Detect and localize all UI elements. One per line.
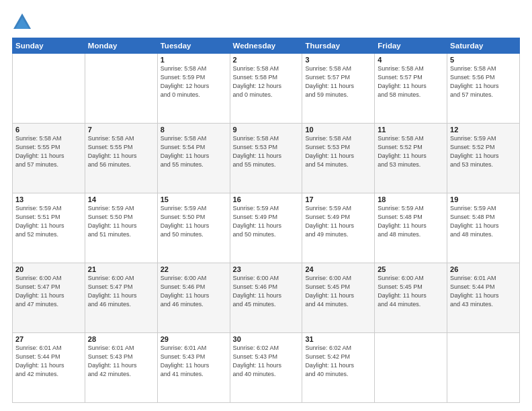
- col-header-friday: Friday: [375, 38, 447, 54]
- cell-info: Sunrise: 5:58 AM Sunset: 5:57 PM Dayligh…: [305, 64, 371, 99]
- cell-info: Sunrise: 5:59 AM Sunset: 5:48 PM Dayligh…: [450, 204, 517, 239]
- cell-info: Sunrise: 6:02 AM Sunset: 5:43 PM Dayligh…: [233, 344, 300, 379]
- day-number: 16: [233, 195, 300, 203]
- day-number: 17: [305, 195, 371, 203]
- calendar-cell: 15Sunrise: 5:59 AM Sunset: 5:50 PM Dayli…: [157, 193, 230, 263]
- cell-info: Sunrise: 6:01 AM Sunset: 5:43 PM Dayligh…: [88, 344, 154, 379]
- day-number: 25: [378, 265, 444, 273]
- cell-info: Sunrise: 5:58 AM Sunset: 5:53 PM Dayligh…: [305, 134, 371, 169]
- calendar-cell: 12Sunrise: 5:59 AM Sunset: 5:52 PM Dayli…: [447, 124, 520, 193]
- cell-info: Sunrise: 5:58 AM Sunset: 5:52 PM Dayligh…: [378, 134, 444, 169]
- calendar-cell: [13, 54, 85, 124]
- calendar-cell: 6Sunrise: 5:58 AM Sunset: 5:55 PM Daylig…: [13, 124, 85, 193]
- calendar-cell: 26Sunrise: 6:01 AM Sunset: 5:44 PM Dayli…: [447, 263, 520, 333]
- cell-info: Sunrise: 5:58 AM Sunset: 5:58 PM Dayligh…: [233, 64, 300, 99]
- calendar-cell: 21Sunrise: 6:00 AM Sunset: 5:47 PM Dayli…: [85, 263, 157, 333]
- day-number: 9: [233, 126, 300, 134]
- cell-info: Sunrise: 5:59 AM Sunset: 5:49 PM Dayligh…: [305, 204, 371, 239]
- day-number: 3: [305, 56, 371, 64]
- calendar-cell: 19Sunrise: 5:59 AM Sunset: 5:48 PM Dayli…: [447, 193, 520, 263]
- page: SundayMondayTuesdayWednesdayThursdayFrid…: [0, 0, 532, 411]
- calendar-row: 1Sunrise: 5:58 AM Sunset: 5:59 PM Daylig…: [13, 54, 520, 124]
- calendar-cell: 31Sunrise: 6:02 AM Sunset: 5:42 PM Dayli…: [302, 333, 375, 403]
- calendar-cell: [375, 333, 447, 403]
- cell-info: Sunrise: 5:59 AM Sunset: 5:50 PM Dayligh…: [161, 204, 227, 239]
- day-number: 20: [15, 265, 82, 273]
- cell-info: Sunrise: 6:02 AM Sunset: 5:42 PM Dayligh…: [305, 344, 371, 379]
- calendar-cell: 5Sunrise: 5:58 AM Sunset: 5:56 PM Daylig…: [447, 54, 520, 124]
- calendar-cell: 22Sunrise: 6:00 AM Sunset: 5:46 PM Dayli…: [157, 263, 230, 333]
- calendar-cell: 2Sunrise: 5:58 AM Sunset: 5:58 PM Daylig…: [230, 54, 302, 124]
- day-number: 23: [233, 265, 300, 273]
- calendar-cell: 29Sunrise: 6:01 AM Sunset: 5:43 PM Dayli…: [157, 333, 230, 403]
- calendar-cell: 10Sunrise: 5:58 AM Sunset: 5:53 PM Dayli…: [302, 124, 375, 193]
- calendar-cell: 18Sunrise: 5:59 AM Sunset: 5:48 PM Dayli…: [375, 193, 447, 263]
- calendar-row: 20Sunrise: 6:00 AM Sunset: 5:47 PM Dayli…: [13, 263, 520, 333]
- col-header-thursday: Thursday: [302, 38, 375, 54]
- day-number: 13: [15, 195, 82, 203]
- calendar-cell: 27Sunrise: 6:01 AM Sunset: 5:44 PM Dayli…: [13, 333, 85, 403]
- cell-info: Sunrise: 5:59 AM Sunset: 5:48 PM Dayligh…: [378, 204, 444, 239]
- day-number: 31: [305, 335, 371, 343]
- calendar-cell: 4Sunrise: 5:58 AM Sunset: 5:57 PM Daylig…: [375, 54, 447, 124]
- calendar-cell: 30Sunrise: 6:02 AM Sunset: 5:43 PM Dayli…: [230, 333, 302, 403]
- col-header-tuesday: Tuesday: [157, 38, 230, 54]
- cell-info: Sunrise: 5:59 AM Sunset: 5:52 PM Dayligh…: [450, 134, 517, 169]
- calendar-row: 13Sunrise: 5:59 AM Sunset: 5:51 PM Dayli…: [13, 193, 520, 263]
- calendar-cell: 13Sunrise: 5:59 AM Sunset: 5:51 PM Dayli…: [13, 193, 85, 263]
- cell-info: Sunrise: 6:00 AM Sunset: 5:45 PM Dayligh…: [378, 274, 444, 309]
- calendar-cell: [85, 54, 157, 124]
- cell-info: Sunrise: 6:00 AM Sunset: 5:47 PM Dayligh…: [88, 274, 154, 309]
- cell-info: Sunrise: 5:58 AM Sunset: 5:53 PM Dayligh…: [233, 134, 300, 169]
- calendar-cell: 9Sunrise: 5:58 AM Sunset: 5:53 PM Daylig…: [230, 124, 302, 193]
- calendar-cell: 28Sunrise: 6:01 AM Sunset: 5:43 PM Dayli…: [85, 333, 157, 403]
- cell-info: Sunrise: 6:00 AM Sunset: 5:45 PM Dayligh…: [305, 274, 371, 309]
- day-number: 5: [450, 56, 517, 64]
- calendar-cell: 14Sunrise: 5:59 AM Sunset: 5:50 PM Dayli…: [85, 193, 157, 263]
- logo: [12, 12, 35, 32]
- calendar-cell: 3Sunrise: 5:58 AM Sunset: 5:57 PM Daylig…: [302, 54, 375, 124]
- day-number: 2: [233, 56, 300, 64]
- cell-info: Sunrise: 6:01 AM Sunset: 5:44 PM Dayligh…: [450, 274, 517, 309]
- calendar-row: 6Sunrise: 5:58 AM Sunset: 5:55 PM Daylig…: [13, 124, 520, 193]
- day-number: 28: [88, 335, 154, 343]
- calendar-cell: 23Sunrise: 6:00 AM Sunset: 5:46 PM Dayli…: [230, 263, 302, 333]
- logo-icon: [12, 12, 32, 32]
- day-number: 24: [305, 265, 371, 273]
- cell-info: Sunrise: 5:58 AM Sunset: 5:55 PM Dayligh…: [88, 134, 154, 169]
- day-number: 12: [450, 126, 517, 134]
- calendar-cell: 20Sunrise: 6:00 AM Sunset: 5:47 PM Dayli…: [13, 263, 85, 333]
- cell-info: Sunrise: 5:58 AM Sunset: 5:54 PM Dayligh…: [161, 134, 227, 169]
- calendar-cell: 8Sunrise: 5:58 AM Sunset: 5:54 PM Daylig…: [157, 124, 230, 193]
- cell-info: Sunrise: 6:00 AM Sunset: 5:46 PM Dayligh…: [233, 274, 300, 309]
- cell-info: Sunrise: 6:01 AM Sunset: 5:43 PM Dayligh…: [161, 344, 227, 379]
- day-number: 8: [161, 126, 227, 134]
- day-number: 7: [88, 126, 154, 134]
- calendar-cell: 1Sunrise: 5:58 AM Sunset: 5:59 PM Daylig…: [157, 54, 230, 124]
- day-number: 26: [450, 265, 517, 273]
- cell-info: Sunrise: 5:59 AM Sunset: 5:49 PM Dayligh…: [233, 204, 300, 239]
- day-number: 14: [88, 195, 154, 203]
- calendar-row: 27Sunrise: 6:01 AM Sunset: 5:44 PM Dayli…: [13, 333, 520, 403]
- calendar-cell: 16Sunrise: 5:59 AM Sunset: 5:49 PM Dayli…: [230, 193, 302, 263]
- day-number: 30: [233, 335, 300, 343]
- header-row: SundayMondayTuesdayWednesdayThursdayFrid…: [13, 38, 520, 54]
- cell-info: Sunrise: 6:00 AM Sunset: 5:47 PM Dayligh…: [15, 274, 82, 309]
- calendar-cell: [447, 333, 520, 403]
- day-number: 15: [161, 195, 227, 203]
- col-header-wednesday: Wednesday: [230, 38, 302, 54]
- cell-info: Sunrise: 5:58 AM Sunset: 5:57 PM Dayligh…: [378, 64, 444, 99]
- header: [12, 12, 520, 32]
- cell-info: Sunrise: 6:00 AM Sunset: 5:46 PM Dayligh…: [161, 274, 227, 309]
- cell-info: Sunrise: 6:01 AM Sunset: 5:44 PM Dayligh…: [15, 344, 82, 379]
- cell-info: Sunrise: 5:59 AM Sunset: 5:51 PM Dayligh…: [15, 204, 82, 239]
- day-number: 1: [161, 56, 227, 64]
- cell-info: Sunrise: 5:58 AM Sunset: 5:56 PM Dayligh…: [450, 64, 517, 99]
- calendar-cell: 17Sunrise: 5:59 AM Sunset: 5:49 PM Dayli…: [302, 193, 375, 263]
- day-number: 11: [378, 126, 444, 134]
- day-number: 29: [161, 335, 227, 343]
- cell-info: Sunrise: 5:58 AM Sunset: 5:55 PM Dayligh…: [15, 134, 82, 169]
- cell-info: Sunrise: 5:59 AM Sunset: 5:50 PM Dayligh…: [88, 204, 154, 239]
- col-header-saturday: Saturday: [447, 38, 520, 54]
- col-header-monday: Monday: [85, 38, 157, 54]
